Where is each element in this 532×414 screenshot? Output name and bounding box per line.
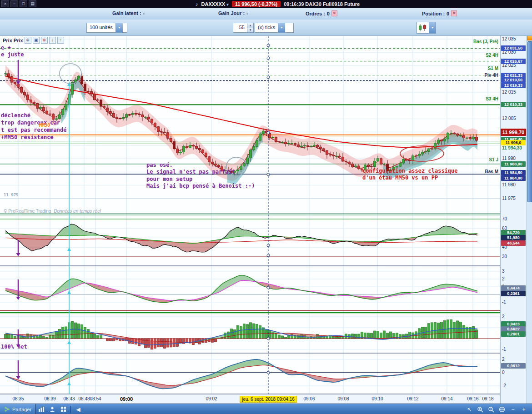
close-pane-icon[interactable]: ⊗ <box>41 37 48 44</box>
vertical-scrollbar[interactable] <box>527 35 532 404</box>
orders-counter: Ordres :0× <box>306 10 337 16</box>
chart-canvas[interactable] <box>0 0 500 404</box>
position-counter: Position :0× <box>422 10 457 16</box>
pane-title: Prix Prix <box>3 38 23 43</box>
price-change-badge: 11 996,50 (-0,37%) <box>232 1 281 7</box>
gain-latent: Gain latent :- <box>112 10 145 16</box>
realtime-text: Données en temps réel <box>54 209 100 214</box>
alert-sound-icon[interactable]: ♪ <box>196 1 198 7</box>
clock: 09:16:39 <box>284 1 304 7</box>
ticks-stepper[interactable]: 55 ▴▾ <box>233 23 254 33</box>
scrollbar-thumb[interactable] <box>527 41 532 202</box>
minimize-window-icon[interactable]: − <box>10 0 18 7</box>
price-pane-header: Prix Prix ⊕ ▣ ⊗ ↓ ↑ <box>3 37 64 44</box>
chevron-down-icon[interactable]: ▾ <box>278 23 285 32</box>
stepper-down-icon[interactable]: ▾ <box>247 28 253 32</box>
close-window-icon[interactable]: × <box>1 0 9 7</box>
zoom-in-icon[interactable] <box>476 405 485 413</box>
share-label: Partager <box>12 407 31 412</box>
window-icon[interactable]: ▣ <box>33 37 40 44</box>
stepper-up-icon[interactable]: ▴ <box>247 23 253 28</box>
units-select[interactable]: 100 unités▾ <box>86 23 127 33</box>
timeframe-select[interactable]: (x) ticks▾ <box>255 23 294 33</box>
minus-icon[interactable]: − <box>508 405 517 413</box>
status-bar: Partager ◀ ↖ − + <box>0 404 532 414</box>
prorealtime-window: × − □ ▤ ♪ DAXXXXX ▾ 11 996,50 (-0,37%) 0… <box>0 0 532 414</box>
share-button[interactable]: Partager <box>0 404 36 414</box>
wrench-icon[interactable]: ⊕ <box>25 37 31 44</box>
keyboard-icon[interactable]: ▤ <box>29 0 36 7</box>
arrow-up-icon[interactable]: ↑ <box>57 37 64 44</box>
chart-columns-icon[interactable] <box>37 405 46 413</box>
chart-toolbar: 100 unités▾ 55 ▴▾ (x) ticks▾ ▾ <box>0 20 532 36</box>
account-bar: Gain latent :- Gain Jour :- Ordres :0× P… <box>0 8 532 20</box>
share-icon <box>4 406 10 412</box>
title-bar: × − □ ▤ ♪ DAXXXXX ▾ 11 996,50 (-0,37%) 0… <box>0 0 532 8</box>
instrument-name: DAXXXXX <box>201 1 226 7</box>
pointer-icon[interactable]: ↖ <box>465 405 474 413</box>
close-orders-icon[interactable]: × <box>331 10 337 16</box>
chart-type-button[interactable]: ▾ <box>417 22 436 34</box>
arrow-left-icon[interactable]: ◀ <box>74 405 83 413</box>
chevron-down-icon[interactable]: ▾ <box>429 22 436 33</box>
chevron-down-icon: ▾ <box>226 2 229 7</box>
chevron-down-icon[interactable]: ▾ <box>115 23 123 32</box>
zoom-out-icon[interactable] <box>487 405 496 413</box>
instrument-selector[interactable]: DAXXXXX ▾ <box>201 1 229 7</box>
maximize-window-icon[interactable]: □ <box>20 0 27 7</box>
grid-icon[interactable] <box>59 405 68 413</box>
watermark: © ProRealTime Trading Données en temps r… <box>4 209 101 214</box>
contract-name: DAX30 Full0918 Future <box>305 1 360 7</box>
candlestick-chart-icon <box>417 23 429 32</box>
gain-jour: Gain Jour :- <box>218 10 248 16</box>
scrollbar-arrow-icon[interactable] <box>527 35 532 40</box>
globe-icon[interactable] <box>497 405 507 413</box>
copyright-text: © ProRealTime Trading <box>4 209 51 214</box>
price-axis <box>500 35 527 404</box>
arrow-down-icon[interactable]: ↓ <box>49 37 56 44</box>
user-icon[interactable] <box>48 405 57 413</box>
close-position-icon[interactable]: × <box>451 10 457 16</box>
plus-icon[interactable]: + <box>519 405 528 413</box>
